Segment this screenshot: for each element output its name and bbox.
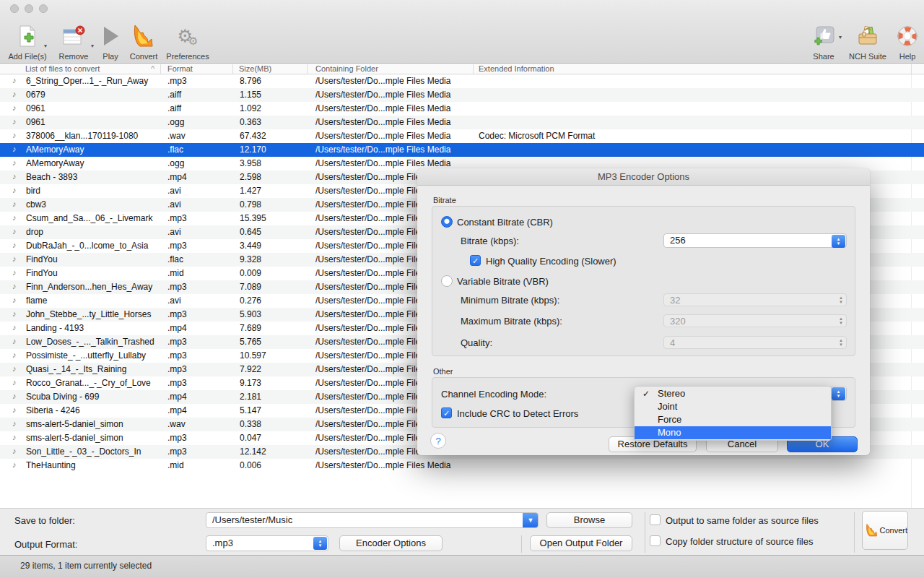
folder-dropdown-icon[interactable]: ▼ (523, 512, 539, 528)
file-format: .mp4 (167, 392, 231, 402)
bitrate-kbps-label: Bitrate (kbps): (461, 236, 519, 246)
save-folder-field[interactable]: /Users/tester/Music ▼ (206, 512, 539, 528)
file-size: 3.958 (240, 158, 301, 168)
output-same-folder-checkbox[interactable] (650, 514, 661, 525)
file-format: .mid (167, 460, 231, 470)
output-panel: Save to folder: /Users/tester/Music ▼ Br… (0, 508, 924, 555)
file-size: 12.142 (240, 447, 301, 457)
play-icon (101, 22, 120, 51)
file-format: .avi (167, 199, 231, 210)
menu-item-joint[interactable]: Joint (635, 400, 831, 413)
file-name: Beach - 3893 (26, 172, 159, 182)
menu-item-stereo[interactable]: ✓Stereo (635, 387, 831, 400)
file-format: .aiff (167, 90, 231, 100)
stepper-icon[interactable]: ▲▼ (832, 387, 845, 400)
high-quality-checkbox[interactable]: ✓ (470, 255, 481, 266)
cbr-radio[interactable] (441, 216, 453, 228)
column-header-files[interactable]: List of files to convert (25, 64, 100, 73)
remove-button[interactable]: ▾ Remove (53, 17, 94, 61)
remove-icon: ▾ (61, 22, 87, 51)
music-note-icon: ♪ (12, 433, 24, 441)
bitrate-popup[interactable]: 256 ▲▼ (663, 233, 847, 248)
toolbox-icon (855, 22, 880, 51)
toolbar-item-label: Remove (59, 52, 89, 61)
vbr-radio[interactable] (441, 275, 453, 287)
column-header-folder[interactable]: Containing Folder (315, 64, 378, 73)
convert-button[interactable]: Convert (862, 511, 908, 550)
play-button[interactable]: Play (98, 17, 123, 61)
add-files-button[interactable]: ▾ Add File(s) (6, 17, 49, 61)
file-name: FindYou (26, 254, 159, 264)
include-crc-checkbox[interactable]: ✓ (441, 407, 452, 418)
dialog-title: MP3 Encoder Options (417, 168, 870, 186)
stepper-icon[interactable]: ▲▼ (832, 235, 845, 248)
music-note-icon: ♪ (12, 254, 24, 263)
file-name: cbw3 (26, 199, 159, 210)
menu-item-mono[interactable]: Mono (635, 426, 831, 439)
column-header-extended[interactable]: Extended Information (479, 64, 554, 73)
chevron-down-icon: ▾ (44, 43, 47, 49)
table-row[interactable]: ♪AMemoryAway.flac12.170/Users/tester/Do.… (0, 143, 924, 157)
table-row[interactable]: ♪0961.ogg0.363/Users/tester/Do...mple Fi… (0, 116, 924, 129)
minimize-window-icon[interactable] (25, 4, 33, 13)
stepper-icon[interactable]: ▲▼ (313, 537, 327, 550)
file-size: 0.645 (240, 227, 301, 237)
zoom-window-icon[interactable] (39, 4, 48, 13)
file-folder: /Users/tester/Do...mple Files Media (315, 131, 473, 141)
convert-button-toolbar[interactable]: Convert (126, 17, 162, 61)
file-format: .mp4 (167, 172, 231, 182)
nch-suite-button[interactable]: NCH Suite (845, 17, 891, 61)
file-size: 9.173 (240, 378, 301, 388)
file-name: sms-alert-5-daniel_simon (26, 433, 159, 443)
file-format: .mp3 (167, 378, 231, 388)
checkmark-icon: ✓ (642, 387, 650, 400)
music-note-icon: ♪ (12, 337, 24, 345)
table-row[interactable]: ♪TheHaunting.mid0.006/Users/tester/Do...… (0, 459, 924, 473)
output-format-popup[interactable]: .mp3 ▲▼ (206, 535, 328, 551)
channel-mode-popup[interactable]: ▲▼ (830, 386, 847, 401)
file-name: AMemoryAway (26, 144, 159, 155)
copy-folder-structure-checkbox[interactable] (650, 535, 661, 546)
file-format: .mp3 (167, 241, 231, 251)
switch-converter-window: ▾ Add File(s) ▾ Remove Pla (0, 0, 924, 578)
dialog-help-button[interactable]: ? (430, 433, 446, 449)
column-header-size[interactable]: Size(MB) (239, 64, 271, 73)
status-text: 29 items, 1 item currently selected (20, 561, 152, 571)
share-button[interactable]: ▾ Share (804, 17, 843, 61)
file-size: 67.432 (240, 131, 301, 141)
browse-button[interactable]: Browse (546, 512, 632, 528)
preferences-button[interactable]: ⚙⚙ Preferences (165, 17, 211, 61)
file-size: 0.338 (240, 419, 301, 429)
music-note-icon: ♪ (12, 447, 24, 455)
file-format: .avi (167, 296, 231, 306)
channel-mode-menu: ✓StereoJointForceMono (634, 386, 832, 441)
table-row[interactable]: ♪0679.aiff1.155/Users/tester/Do...mple F… (0, 88, 924, 102)
file-name: Possimiste_-_...utterfly_Lullaby (26, 350, 159, 361)
file-size: 5.765 (240, 337, 301, 347)
chevron-down-icon: ▾ (91, 43, 94, 49)
file-name: Finn_Anderson...hen_Hes_Away (26, 282, 159, 292)
convert-flame-icon (131, 22, 156, 51)
toolbar: ▾ Add File(s) ▾ Remove Pla (0, 14, 924, 64)
table-row[interactable]: ♪6_String_Oper...1_-_Run_Away.mp38.796/U… (0, 74, 924, 88)
help-button-toolbar[interactable]: Help (894, 17, 921, 61)
file-size: 0.047 (240, 433, 301, 443)
open-output-folder-button[interactable]: Open Output Folder (530, 535, 632, 551)
table-row[interactable]: ♪0961.aiff1.092/Users/tester/Do...mple F… (0, 102, 924, 116)
music-note-icon: ♪ (12, 241, 24, 249)
table-row[interactable]: ♪378006__klan...170119-1080.wav67.432/Us… (0, 129, 924, 143)
file-size: 7.089 (240, 282, 301, 292)
encoder-options-button[interactable]: Encoder Options (339, 535, 443, 551)
file-size: 0.006 (240, 460, 301, 470)
file-format: .mp3 (167, 350, 231, 361)
menu-item-force[interactable]: Force (635, 413, 831, 426)
music-note-icon: ♪ (12, 186, 24, 194)
file-size: 0.009 (240, 268, 301, 278)
vbr-label: Variable Bitrate (VBR) (457, 276, 549, 287)
close-window-icon[interactable] (10, 4, 19, 13)
file-name: bird (26, 186, 159, 196)
file-name: 0961 (26, 103, 159, 113)
file-name: DubRaJah_-_0...lcome_to_Asia (26, 241, 159, 251)
cbr-label: Constant Bitrate (CBR) (457, 217, 553, 228)
column-header-format[interactable]: Format (167, 64, 193, 73)
